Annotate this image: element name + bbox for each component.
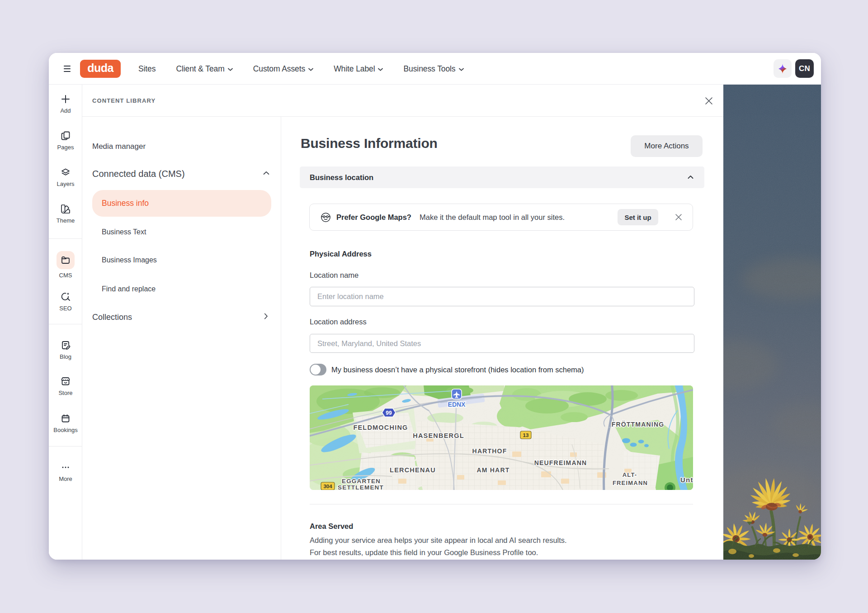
user-avatar[interactable]: CN: [795, 59, 814, 78]
hamburger-menu-icon[interactable]: [60, 62, 74, 76]
blog-icon: [60, 340, 71, 351]
sidebar-item-label: Pages: [57, 144, 74, 151]
sidebar-divider: [49, 238, 82, 239]
sidebar-item-cms[interactable]: CMS: [49, 251, 82, 279]
library-item-business-images[interactable]: Business Images: [102, 256, 157, 265]
app-window: duda Sites Client & Team Custom Assets W…: [49, 53, 821, 560]
nav-item-white-label[interactable]: White Label: [334, 64, 383, 74]
sidebar-item-label: Layers: [57, 181, 74, 187]
content-library-header: CONTENT LIBRARY: [82, 85, 723, 117]
pages-icon: [60, 130, 71, 141]
search-sparkle-icon: [60, 291, 71, 302]
banner-text: Make it the default map tool in all your…: [420, 204, 565, 230]
sidebar-item-label: CMS: [59, 272, 72, 279]
nav-item-label: Client & Team: [176, 64, 224, 74]
nav-item-label: Business Tools: [403, 64, 455, 74]
chevron-down-icon: [459, 68, 464, 71]
nav-item-label: Sites: [138, 64, 156, 74]
library-item-business-info[interactable]: Business info: [102, 190, 149, 217]
chevron-down-icon: [308, 68, 313, 71]
location-name-label: Location name: [310, 270, 359, 280]
sidebar-item-label: More: [59, 475, 72, 482]
sidebar-item-add[interactable]: Add: [49, 94, 82, 114]
sidebar-item-theme[interactable]: Theme: [49, 204, 82, 224]
library-item-business-text[interactable]: Business Text: [102, 228, 146, 237]
section-divider: [310, 504, 693, 504]
storefront-icon: [60, 376, 71, 387]
area-served-line2: For best results, update this field in y…: [310, 546, 567, 559]
library-item-media-manager[interactable]: Media manager: [92, 142, 146, 152]
duda-logo[interactable]: duda: [80, 60, 121, 78]
chevron-up-icon[interactable]: [263, 171, 269, 175]
banner-title: Prefer Google Maps?: [336, 204, 411, 230]
site-preview[interactable]: [723, 85, 821, 560]
more-actions-button[interactable]: More Actions: [631, 135, 703, 157]
library-item-find-and-replace[interactable]: Find and replace: [102, 285, 156, 294]
chevron-right-icon[interactable]: [264, 313, 268, 319]
ai-assistant-button[interactable]: [774, 59, 792, 78]
sidebar-item-seo[interactable]: SEO: [49, 291, 82, 312]
sidebar-item-store[interactable]: Store: [49, 376, 82, 396]
sidebar-item-label: Store: [58, 390, 72, 396]
page-title: Business Information: [301, 136, 438, 151]
content-library-panel: CONTENT LIBRARY Media manager Connected …: [82, 85, 723, 560]
sidebar-item-layers[interactable]: Layers: [49, 167, 82, 187]
nav-item-label: White Label: [334, 64, 375, 74]
sidebar-item-label: Theme: [57, 217, 75, 224]
storefront-toggle[interactable]: [310, 364, 326, 375]
content-library-body: Media manager Connected data (CMS) Busin…: [82, 117, 723, 560]
business-location-accordion[interactable]: Business location: [300, 166, 704, 188]
left-sidebar: Add Pages Layers: [49, 85, 82, 560]
sidebar-divider: [49, 446, 82, 447]
top-bar-right: CN: [774, 59, 814, 78]
library-group-connected-data[interactable]: Connected data (CMS): [92, 168, 185, 180]
desktop-background: duda Sites Client & Team Custom Assets W…: [0, 0, 868, 613]
location-address-label: Location address: [310, 317, 367, 327]
banner-close-icon[interactable]: [675, 213, 683, 221]
sparkle-icon: [778, 63, 788, 74]
storefront-toggle-label: My business doesn’t have a physical stor…: [331, 366, 584, 374]
area-served-line1: Adding your service area helps your site…: [310, 534, 567, 546]
theme-icon: [60, 204, 71, 214]
nav-item-label: Custom Assets: [253, 64, 305, 74]
calendar-icon: [60, 413, 71, 424]
sidebar-item-label: Blog: [60, 353, 71, 360]
toggle-knob: [311, 365, 321, 375]
library-item-collections[interactable]: Collections: [92, 312, 132, 322]
location-name-input[interactable]: [310, 287, 694, 306]
sidebar-divider: [49, 324, 82, 324]
nav-item-custom-assets[interactable]: Custom Assets: [253, 64, 313, 74]
ellipsis-icon: [60, 462, 71, 473]
business-information-pane: Business Information More Actions Busine…: [281, 117, 723, 560]
sidebar-item-bookings[interactable]: Bookings: [49, 413, 82, 433]
close-icon[interactable]: [704, 96, 713, 105]
location-map[interactable]: EDNX 99 13: [310, 385, 693, 490]
sidebar-item-blog[interactable]: Blog: [49, 340, 82, 360]
physical-address-label: Physical Address: [310, 249, 372, 259]
sidebar-item-label: Bookings: [53, 427, 77, 433]
top-navigation: Sites Client & Team Custom Assets White …: [138, 53, 464, 85]
cms-active-highlight: [57, 251, 75, 269]
nav-item-client-team[interactable]: Client & Team: [176, 64, 232, 74]
content-library-title: CONTENT LIBRARY: [92, 97, 156, 104]
sidebar-item-label: SEO: [59, 305, 71, 312]
area-served-title: Area Served: [310, 521, 353, 531]
library-nav-list: Media manager Connected data (CMS) Busin…: [82, 117, 281, 560]
top-bar: duda Sites Client & Team Custom Assets W…: [49, 53, 821, 85]
sidebar-item-pages[interactable]: Pages: [49, 130, 82, 151]
layers-icon: [60, 167, 71, 178]
avatar-initials: CN: [799, 64, 810, 73]
nav-item-business-tools[interactable]: Business Tools: [403, 64, 463, 74]
plus-icon: [60, 94, 71, 105]
area-served-description: Adding your service area helps your site…: [310, 534, 567, 558]
chevron-down-icon: [228, 68, 233, 71]
set-it-up-button[interactable]: Set it up: [618, 209, 658, 225]
smiley-glasses-icon: [321, 212, 331, 223]
location-address-input[interactable]: [310, 334, 694, 353]
accordion-title: Business location: [310, 173, 373, 182]
body-row: Add Pages Layers: [49, 85, 821, 560]
sidebar-item-label: Add: [60, 107, 71, 114]
chevron-up-icon: [688, 175, 693, 179]
sidebar-item-more[interactable]: More: [49, 462, 82, 482]
nav-item-sites[interactable]: Sites: [138, 64, 156, 74]
